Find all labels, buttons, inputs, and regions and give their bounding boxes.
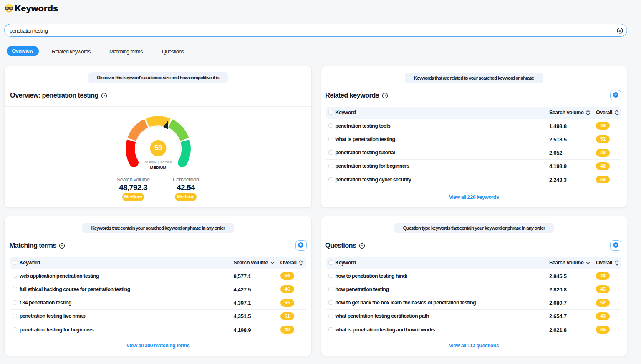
svg-text:?: ? [61, 244, 63, 248]
svg-text:?: ? [384, 93, 386, 98]
svg-text:?: ? [361, 244, 363, 248]
